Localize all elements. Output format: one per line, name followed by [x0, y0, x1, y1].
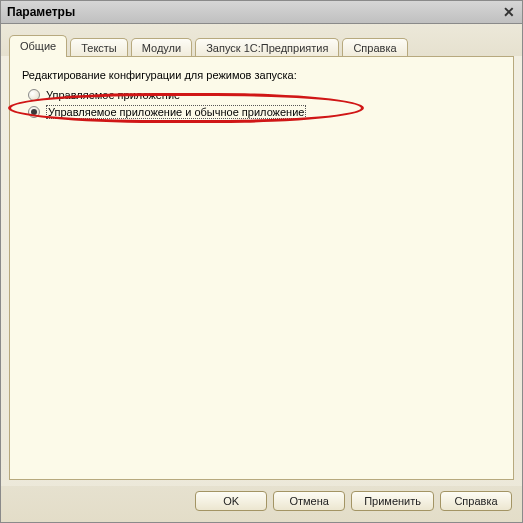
tab-label: Справка	[353, 42, 396, 54]
tab-texts[interactable]: Тексты	[70, 38, 128, 57]
tab-strip: Общие Тексты Модули Запуск 1С:Предприяти…	[1, 24, 522, 56]
tab-help[interactable]: Справка	[342, 38, 407, 57]
radio-icon	[28, 89, 40, 101]
tab-panel-general: Редактирование конфигурации для режимов …	[9, 56, 514, 480]
parameters-dialog: Параметры ✕ Общие Тексты Модули Запуск 1…	[0, 0, 523, 523]
tab-label: Тексты	[81, 42, 117, 54]
section-heading: Редактирование конфигурации для режимов …	[22, 69, 501, 81]
tab-launch[interactable]: Запуск 1С:Предприятия	[195, 38, 339, 57]
apply-button[interactable]: Применить	[351, 491, 434, 511]
window-title: Параметры	[7, 5, 500, 19]
tab-label: Модули	[142, 42, 181, 54]
tab-label: Запуск 1С:Предприятия	[206, 42, 328, 54]
tab-general[interactable]: Общие	[9, 35, 67, 56]
tab-modules[interactable]: Модули	[131, 38, 192, 57]
radio-icon	[28, 106, 40, 118]
titlebar: Параметры ✕	[1, 1, 522, 24]
button-label: Применить	[364, 495, 421, 507]
radio-label: Управляемое приложение	[46, 89, 180, 101]
button-label: Справка	[454, 495, 497, 507]
help-button[interactable]: Справка	[440, 491, 512, 511]
close-icon[interactable]: ✕	[500, 4, 518, 20]
tab-label: Общие	[20, 40, 56, 52]
radio-label: Управляемое приложение и обычное приложе…	[46, 105, 306, 119]
button-bar: OK Отмена Применить Справка	[1, 486, 522, 522]
button-label: Отмена	[289, 495, 328, 507]
radio-option-managed-and-regular[interactable]: Управляемое приложение и обычное приложе…	[28, 105, 501, 119]
ok-button[interactable]: OK	[195, 491, 267, 511]
radio-option-managed[interactable]: Управляемое приложение	[28, 89, 501, 101]
button-label: OK	[223, 495, 239, 507]
cancel-button[interactable]: Отмена	[273, 491, 345, 511]
